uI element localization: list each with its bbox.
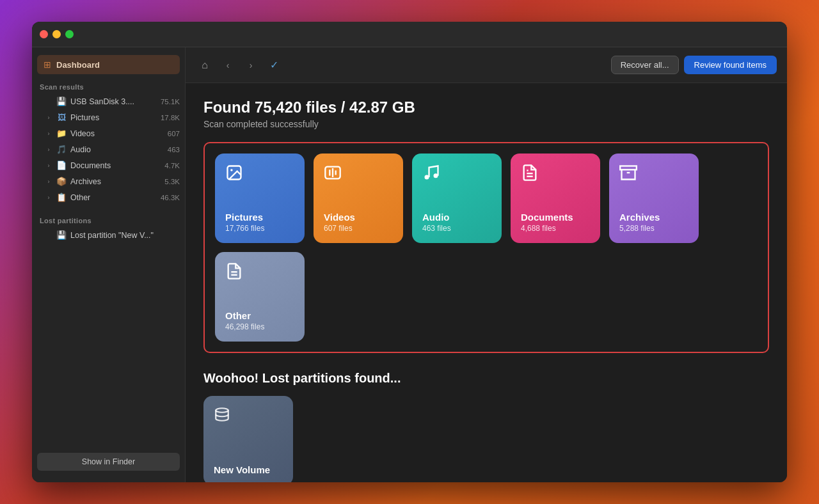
expand-icon-archives: › bbox=[45, 178, 52, 185]
category-card-videos[interactable]: Videos 607 files bbox=[314, 154, 403, 243]
main-content: ⌂ ‹ › ✓ Recover all... Review found item… bbox=[186, 47, 787, 482]
expand-icon-pictures: › bbox=[45, 114, 52, 122]
expand-icon-audio: › bbox=[45, 146, 52, 154]
drive-icon: 💾 bbox=[56, 97, 67, 106]
expand-icon-other: › bbox=[45, 194, 52, 201]
maximize-button[interactable] bbox=[65, 30, 74, 38]
category-card-archives[interactable]: Archives 5,288 files bbox=[609, 154, 699, 243]
sidebar-item-videos[interactable]: › 📁 Videos 607 bbox=[32, 125, 185, 141]
card-name-documents: Documents bbox=[521, 212, 590, 223]
documents-label: Documents bbox=[70, 161, 161, 170]
close-button[interactable] bbox=[40, 30, 48, 38]
videos-count: 607 bbox=[168, 130, 180, 138]
card-count-pictures: 17,766 files bbox=[225, 224, 294, 233]
partition-card-new-volume[interactable]: New Volume bbox=[203, 396, 293, 482]
card-icon-archives bbox=[619, 164, 688, 186]
docs-icon: 📄 bbox=[56, 161, 67, 170]
partition-card-name: New Volume bbox=[214, 464, 283, 475]
lost-partitions-section-label: Lost partitions bbox=[32, 213, 185, 227]
card-count-archives: 5,288 files bbox=[619, 224, 688, 233]
documents-count: 4.7K bbox=[164, 162, 180, 169]
sidebar-item-documents[interactable]: › 📄 Documents 4.7K bbox=[32, 157, 185, 173]
category-card-pictures[interactable]: Pictures 17,766 files bbox=[215, 154, 305, 243]
sidebar-item-archives[interactable]: › 📦 Archives 5.3K bbox=[32, 173, 185, 189]
pictures-label: Pictures bbox=[70, 113, 157, 122]
pictures-icon: 🖼 bbox=[56, 113, 67, 122]
sidebar-item-dashboard[interactable]: ⊞ Dashboard bbox=[37, 55, 180, 74]
other-count: 46.3K bbox=[161, 194, 180, 201]
usb-count: 75.1K bbox=[161, 98, 180, 106]
card-icon-documents bbox=[521, 164, 590, 186]
recover-all-button[interactable]: Recover all... bbox=[611, 56, 679, 74]
sidebar-item-audio[interactable]: › 🎵 Audio 463 bbox=[32, 141, 185, 157]
category-card-other[interactable]: Other 46,298 files bbox=[215, 252, 305, 342]
partition-drive-icon bbox=[214, 406, 283, 427]
toolbar: ⌂ ‹ › ✓ Recover all... Review found item… bbox=[186, 47, 787, 83]
pictures-count: 17.8K bbox=[161, 114, 180, 122]
archives-icon: 📦 bbox=[56, 177, 67, 186]
card-count-videos: 607 files bbox=[324, 224, 393, 233]
svg-point-7 bbox=[434, 173, 438, 178]
card-name-archives: Archives bbox=[619, 212, 688, 223]
back-button[interactable]: ‹ bbox=[219, 56, 237, 74]
sidebar-footer: Show in Finder bbox=[32, 446, 185, 477]
card-count-documents: 4,688 files bbox=[521, 224, 590, 233]
traffic-lights bbox=[40, 30, 74, 38]
category-grid: Pictures 17,766 files Videos 607 files bbox=[215, 154, 758, 342]
sidebar-item-usb[interactable]: 💾 USB SanDisk 3.... 75.1K bbox=[32, 93, 185, 109]
audio-icon: 🎵 bbox=[56, 145, 67, 154]
card-icon-videos bbox=[324, 164, 393, 186]
show-in-finder-button[interactable]: Show in Finder bbox=[37, 453, 180, 471]
card-icon-other bbox=[225, 262, 294, 285]
category-card-audio[interactable]: Audio 463 files bbox=[412, 154, 502, 243]
audio-label: Audio bbox=[70, 145, 164, 154]
card-name-audio: Audio bbox=[422, 212, 491, 223]
card-count-other: 46,298 files bbox=[225, 322, 294, 331]
expand-icon-videos: › bbox=[45, 130, 52, 138]
svg-point-1 bbox=[230, 169, 233, 171]
card-icon-audio bbox=[422, 164, 491, 186]
archives-count: 5.3K bbox=[164, 178, 180, 185]
card-count-audio: 463 files bbox=[422, 224, 491, 233]
dashboard-label: Dashboard bbox=[56, 60, 100, 70]
lost-partitions-title: Woohoo! Lost partitions found... bbox=[203, 371, 769, 386]
card-name-pictures: Pictures bbox=[225, 212, 294, 223]
card-name-videos: Videos bbox=[324, 212, 393, 223]
category-card-documents[interactable]: Documents 4,688 files bbox=[511, 154, 600, 243]
lost-partition-label: Lost partition "New V..." bbox=[70, 231, 180, 240]
window-body: ⊞ Dashboard Scan results 💾 USB SanDisk 3… bbox=[32, 47, 787, 482]
card-icon-pictures bbox=[225, 164, 294, 186]
expand-icon-docs: › bbox=[45, 162, 52, 169]
videos-icon: 📁 bbox=[56, 129, 67, 138]
check-button[interactable]: ✓ bbox=[265, 56, 283, 74]
other-icon: 📋 bbox=[56, 193, 67, 202]
dashboard-icon: ⊞ bbox=[44, 59, 51, 70]
expand-icon-partition bbox=[45, 232, 52, 239]
sidebar-item-lost-partition[interactable]: 💾 Lost partition "New V..." bbox=[32, 227, 185, 243]
audio-count: 463 bbox=[168, 146, 180, 154]
main-window: ⊞ Dashboard Scan results 💾 USB SanDisk 3… bbox=[32, 22, 787, 482]
svg-rect-10 bbox=[620, 166, 637, 170]
card-name-other: Other bbox=[225, 310, 294, 321]
content-area: Found 75,420 files / 42.87 GB Scan compl… bbox=[186, 83, 787, 482]
lost-partition-icon: 💾 bbox=[56, 230, 67, 240]
svg-point-14 bbox=[216, 408, 228, 413]
forward-button[interactable]: › bbox=[242, 56, 260, 74]
archives-label: Archives bbox=[70, 177, 161, 186]
found-title: Found 75,420 files / 42.87 GB bbox=[203, 98, 769, 116]
usb-label: USB SanDisk 3.... bbox=[70, 97, 157, 106]
review-found-items-button[interactable]: Review found items bbox=[684, 56, 777, 74]
home-button[interactable]: ⌂ bbox=[196, 56, 214, 74]
other-label: Other bbox=[70, 193, 157, 202]
svg-point-6 bbox=[425, 175, 429, 180]
expand-icon bbox=[45, 98, 52, 106]
categories-box: Pictures 17,766 files Videos 607 files bbox=[203, 142, 769, 353]
sidebar: ⊞ Dashboard Scan results 💾 USB SanDisk 3… bbox=[32, 47, 186, 482]
titlebar bbox=[32, 22, 787, 47]
found-subtitle: Scan completed successfully bbox=[203, 119, 769, 129]
minimize-button[interactable] bbox=[52, 30, 61, 38]
videos-label: Videos bbox=[70, 129, 164, 138]
sidebar-item-other[interactable]: › 📋 Other 46.3K bbox=[32, 189, 185, 205]
sidebar-item-pictures[interactable]: › 🖼 Pictures 17.8K bbox=[32, 109, 185, 125]
scan-results-label: Scan results bbox=[32, 79, 185, 93]
